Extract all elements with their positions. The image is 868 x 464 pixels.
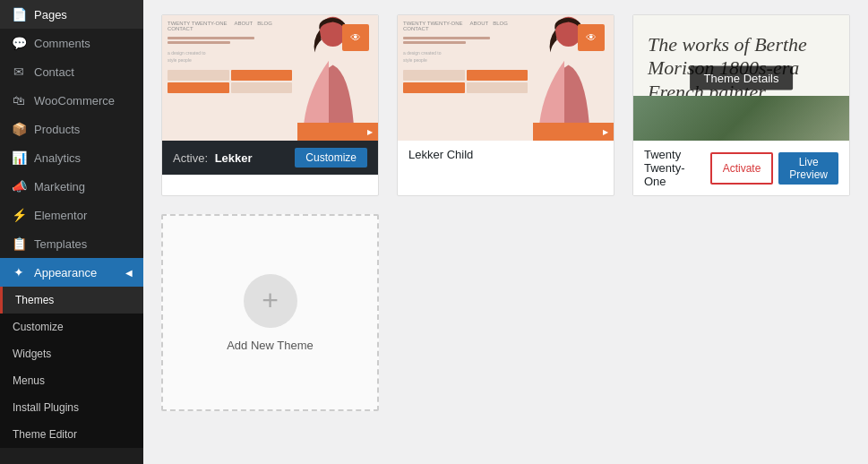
tt1-thumb-image [633, 96, 849, 141]
sidebar-label-analytics: Analytics [34, 151, 81, 165]
sidebar-label-theme-editor: Theme Editor [13, 428, 77, 441]
lekker-thumbnail: TWENTY TWENTY-ONE ABOUT BLOG CONTACT a d… [162, 15, 378, 141]
active-theme-label: Active: Lekker [173, 151, 253, 165]
sidebar-item-templates[interactable]: 📋 Templates [0, 229, 143, 258]
activate-button[interactable]: Activate [710, 152, 774, 185]
lekker-child-top-bar: TWENTY TWENTY-ONE ABOUT BLOG CONTACT [403, 21, 528, 31]
sidebar-label-widgets: Widgets [13, 348, 51, 360]
lekker-cell-3 [168, 82, 229, 93]
lekker-child-thumbnail: TWENTY TWENTY-ONE ABOUT BLOG CONTACT a d… [398, 15, 614, 141]
lekker-child-line-2 [403, 41, 466, 44]
sidebar-item-pages[interactable]: 📄 Pages [0, 0, 143, 29]
lekker-child-cell-3 [403, 82, 465, 93]
lekker-cell-1 [168, 70, 229, 81]
sidebar-item-contact[interactable]: ✉ Contact [0, 57, 143, 86]
sidebar-item-install-plugins[interactable]: Install Plugins [0, 394, 143, 421]
theme-card-tt1: The works of BertheMorison 1800s-eraFren… [632, 14, 850, 196]
products-icon: 📦 [11, 122, 27, 136]
sidebar-item-marketing[interactable]: 📣 Marketing [0, 172, 143, 201]
lekker-top-bar: TWENTY TWENTY-ONE ABOUT BLOG CONTACT [168, 21, 292, 31]
lekker-child-name: Lekker Child [408, 148, 473, 161]
lekker-content-left: TWENTY TWENTY-ONE ABOUT BLOG CONTACT a d… [162, 15, 297, 141]
sidebar-label-install-plugins: Install Plugins [13, 401, 79, 414]
lekker-body-text: a design created tostyle people [168, 50, 292, 64]
lekker-orange-bar: ▶ [297, 123, 378, 141]
lekker-footer: Active: Lekker Customize [162, 141, 378, 175]
sidebar-item-appearance[interactable]: ✦ Appearance ◀ [0, 258, 143, 287]
appearance-icon: ✦ [11, 265, 27, 279]
add-new-plus-icon: + [244, 274, 297, 328]
lekker-child-lines [403, 37, 528, 44]
lekker-child-image-grid [403, 70, 528, 93]
lekker-child-figure-area: 👁 ▶ [533, 15, 614, 141]
sidebar-label-customize: Customize [13, 321, 64, 333]
lekker-line-2 [168, 41, 230, 44]
lekker-child-cell-4 [467, 82, 529, 93]
sidebar-item-menus[interactable]: Menus [0, 367, 143, 394]
sidebar-item-theme-editor[interactable]: Theme Editor [0, 421, 143, 448]
lekker-child-cell-2 [467, 70, 529, 81]
templates-icon: 📋 [11, 236, 27, 251]
lekker-thumb-art: TWENTY TWENTY-ONE ABOUT BLOG CONTACT a d… [162, 15, 378, 141]
tt1-thumbnail: The works of BertheMorison 1800s-eraFren… [633, 15, 849, 141]
lekker-lines [168, 37, 292, 44]
sidebar-label-comments: Comments [34, 37, 90, 50]
comments-icon: 💬 [11, 36, 27, 50]
sidebar-label-elementor: Elementor [34, 209, 87, 222]
lekker-child-bar-icon: ▶ [603, 128, 608, 136]
sidebar-item-woocommerce[interactable]: 🛍 WooCommerce [0, 86, 143, 115]
theme-card-add-new[interactable]: + Add New Theme [161, 214, 379, 411]
sidebar-item-comments[interactable]: 💬 Comments [0, 29, 143, 57]
lekker-child-cell-1 [403, 70, 465, 81]
sidebar-label-menus: Menus [13, 374, 45, 387]
lekker-bar-icon: ▶ [367, 128, 373, 136]
sidebar-item-elementor[interactable]: ⚡ Elementor [0, 201, 143, 229]
sidebar-label-woocommerce: WooCommerce [34, 94, 115, 107]
woocommerce-icon: 🛍 [11, 93, 27, 107]
lekker-child-content-left: TWENTY TWENTY-ONE ABOUT BLOG CONTACT a d… [398, 15, 533, 141]
add-new-label: Add New Theme [227, 339, 314, 352]
sidebar-label-templates: Templates [34, 237, 87, 251]
tt1-footer: Twenty Twenty-One Activate Live Preview [633, 141, 849, 195]
marketing-icon: 📣 [11, 179, 27, 193]
sidebar-label-contact: Contact [34, 65, 74, 79]
lekker-figure-area: 👁 ▶ [297, 15, 378, 141]
theme-card-lekker-child: TWENTY TWENTY-ONE ABOUT BLOG CONTACT a d… [397, 14, 614, 196]
lekker-cell-2 [231, 70, 293, 81]
themes-page: TWENTY TWENTY-ONE ABOUT BLOG CONTACT a d… [143, 0, 868, 464]
sidebar-item-analytics[interactable]: 📊 Analytics [0, 143, 143, 172]
sidebar-item-customize[interactable]: Customize [0, 314, 143, 340]
lekker-child-line-1 [403, 37, 490, 39]
themes-grid: TWENTY TWENTY-ONE ABOUT BLOG CONTACT a d… [161, 14, 850, 411]
lekker-cell-4 [231, 82, 293, 93]
tt1-actions: Activate Live Preview [710, 152, 838, 185]
sidebar-item-widgets[interactable]: Widgets [0, 340, 143, 367]
customize-button[interactable]: Customize [295, 148, 367, 168]
appearance-submenu: Themes Customize Widgets Menus Install P… [0, 287, 143, 448]
lekker-line-1 [168, 37, 254, 39]
theme-details-tooltip[interactable]: Theme Details [690, 66, 794, 90]
sidebar-label-themes: Themes [15, 294, 54, 306]
theme-card-lekker: TWENTY TWENTY-ONE ABOUT BLOG CONTACT a d… [161, 14, 379, 196]
tt1-name: Twenty Twenty-One [644, 148, 703, 188]
lekker-child-body-text: a design created tostyle people [403, 50, 528, 64]
analytics-icon: 📊 [11, 150, 27, 165]
live-preview-button[interactable]: Live Preview [778, 152, 838, 185]
contact-icon: ✉ [11, 64, 27, 79]
appearance-chevron: ◀ [125, 268, 133, 278]
sidebar: 📄 Pages 💬 Comments ✉ Contact 🛍 WooCommer… [0, 0, 143, 464]
sidebar-label-appearance: Appearance [34, 266, 97, 279]
sidebar-item-themes[interactable]: Themes [0, 287, 143, 314]
lekker-image-grid [168, 70, 292, 93]
lekker-eye-icon: 👁 [342, 24, 369, 51]
sidebar-label-pages: Pages [34, 8, 67, 21]
lekker-child-footer: Lekker Child [398, 141, 614, 168]
lekker-child-thumb-art: TWENTY TWENTY-ONE ABOUT BLOG CONTACT a d… [398, 15, 614, 141]
sidebar-label-marketing: Marketing [34, 180, 85, 193]
sidebar-item-products[interactable]: 📦 Products [0, 115, 143, 143]
lekker-child-orange-bar: ▶ [533, 123, 614, 141]
sidebar-label-products: Products [34, 123, 80, 136]
lekker-child-eye-icon: 👁 [578, 24, 605, 51]
elementor-icon: ⚡ [11, 208, 27, 222]
pages-icon: 📄 [11, 7, 27, 21]
